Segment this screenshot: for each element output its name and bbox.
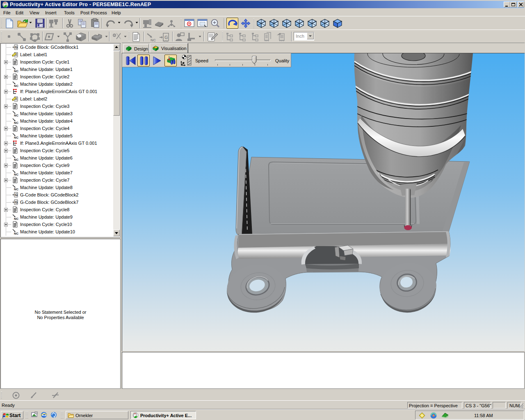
svg-text:NC: NC [14, 173, 18, 176]
svg-text:NC: NC [14, 114, 18, 117]
svg-text:NC: NC [14, 217, 18, 220]
svg-text:NC: NC [14, 232, 18, 235]
svg-text:NC: NC [14, 187, 18, 191]
svg-text:G: G [15, 45, 18, 49]
svg-text:NC: NC [151, 38, 156, 42]
svg-text:NC: NC [14, 84, 18, 87]
svg-text:G: G [15, 193, 18, 197]
svg-text:G: G [164, 35, 168, 40]
svg-text:G: G [15, 200, 18, 204]
svg-text:NC: NC [14, 158, 18, 161]
svg-text:NC: NC [14, 136, 18, 139]
svg-text:NC: NC [14, 69, 18, 73]
svg-text:NC: NC [14, 121, 18, 124]
